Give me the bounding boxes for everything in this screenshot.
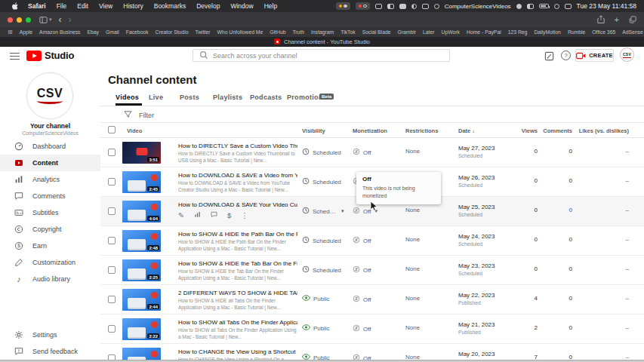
bookmark-item[interactable]: GitHub xyxy=(270,29,285,35)
visibility-cell[interactable]: Scheduled xyxy=(302,265,341,275)
contrast-icon[interactable] xyxy=(411,4,417,9)
search-input[interactable]: Search across your channel xyxy=(193,49,450,62)
bookmark-item[interactable]: Facebook xyxy=(126,29,149,35)
table-row[interactable]: 2:25 How to SHOW & HIDE the Tab Bar On t… xyxy=(100,256,644,285)
tab-podcasts[interactable]: Podcasts xyxy=(250,94,282,101)
bookmark-item[interactable]: Twitter xyxy=(195,29,210,35)
monetization-cell[interactable]: $Off xyxy=(353,295,371,304)
time-machine-icon[interactable] xyxy=(434,4,439,9)
sidebar-item-earn[interactable]: $ Earn xyxy=(0,238,100,254)
row-checkbox[interactable] xyxy=(108,237,116,244)
forward-button[interactable]: › xyxy=(69,15,72,24)
menu-item[interactable]: View xyxy=(94,2,118,10)
bookmark-item[interactable]: Rumble xyxy=(568,29,585,35)
tab-playlists[interactable]: Playlists xyxy=(213,94,242,101)
video-thumbnail[interactable]: 2:44 xyxy=(122,289,161,311)
bookmark-item[interactable]: 123 Reg xyxy=(508,29,528,35)
video-title[interactable]: How to SHOW all Tabs On the Finder Appli… xyxy=(178,319,297,326)
table-row[interactable]: 2:48 How to SHOW & HIDE the Path Bar On … xyxy=(100,226,644,256)
sidebar-item-audio-library[interactable]: ♪ Audio library xyxy=(0,271,100,287)
sidebar-item-send-feedback[interactable]: Send feedback xyxy=(0,343,100,360)
bookmark-item[interactable]: Gmail xyxy=(106,29,119,35)
row-checkbox[interactable] xyxy=(108,296,116,303)
comments-link[interactable]: 0 xyxy=(541,207,572,213)
monetization-cell[interactable]: $Off xyxy=(353,148,371,157)
visibility-cell[interactable]: Scheduled xyxy=(302,177,341,186)
bookmark-item[interactable]: Apple xyxy=(20,29,32,35)
tab-overview-icon[interactable] xyxy=(629,13,636,26)
bookmark-item[interactable]: Truth xyxy=(292,29,304,35)
sidebar-item-customization[interactable]: Customization xyxy=(0,254,100,271)
sidebar-item-settings[interactable]: Settings xyxy=(0,327,100,343)
menubar-username[interactable]: ComputerScienceVideos xyxy=(445,3,511,10)
keyboard-icon[interactable] xyxy=(399,4,406,9)
help-icon[interactable]: ? xyxy=(561,51,571,60)
analytics-icon[interactable] xyxy=(194,211,201,219)
camera-badge-icon[interactable] xyxy=(356,2,370,10)
row-checkbox[interactable] xyxy=(108,207,116,215)
row-checkbox[interactable] xyxy=(108,325,116,333)
sidebar-item-dashboard[interactable]: Dashboard xyxy=(0,138,100,155)
bluetooth-icon[interactable] xyxy=(516,4,522,9)
visibility-cell[interactable]: Scheduled xyxy=(302,148,341,157)
favorites-grid-icon[interactable]: ⊞ xyxy=(8,29,13,35)
filter-bar[interactable]: Filter xyxy=(124,110,154,120)
bookmark-item[interactable]: Home - PayPal xyxy=(467,29,501,35)
sidebar-toggle-icon[interactable]: ▾ xyxy=(39,17,52,23)
bookmark-item[interactable]: Who Unfollowed Me xyxy=(217,29,263,35)
bookmark-item[interactable]: Office 365 xyxy=(592,29,615,35)
tab-posts[interactable]: Posts xyxy=(180,94,199,101)
select-all-checkbox[interactable] xyxy=(108,126,116,133)
hamburger-menu-icon[interactable] xyxy=(10,53,20,60)
display-icon[interactable] xyxy=(387,4,394,9)
monetization-cell[interactable]: $Off xyxy=(353,324,371,333)
new-tab-icon[interactable]: + xyxy=(615,16,619,24)
window-icon[interactable] xyxy=(422,4,429,9)
channel-avatar[interactable]: CSV xyxy=(26,72,73,119)
account-avatar[interactable]: CSV xyxy=(620,48,634,62)
menu-item[interactable]: File xyxy=(51,2,72,10)
visibility-cell[interactable]: Public xyxy=(302,295,330,302)
row-checkbox[interactable] xyxy=(108,266,116,274)
video-title[interactable]: How to DIRECTLY Save a Custom Video Thum… xyxy=(178,143,297,149)
more-options-icon[interactable]: ⋮ xyxy=(241,212,248,219)
video-title[interactable]: How to SHOW & HIDE the Tab Bar On the Fi… xyxy=(178,260,297,267)
feedback-icon[interactable] xyxy=(544,51,554,64)
video-title[interactable]: How to CHANGE the View Using a Shortcut … xyxy=(178,348,297,355)
menu-item[interactable]: Edit xyxy=(72,2,94,10)
sidebar-item-content[interactable]: Content xyxy=(0,155,100,171)
tab-videos[interactable]: Videos xyxy=(116,94,139,101)
search-icon[interactable] xyxy=(554,4,559,9)
bookmark-item[interactable]: Ebay xyxy=(88,29,100,35)
video-title[interactable]: How to SHOW & HIDE the Path Bar On the F… xyxy=(178,231,297,238)
visibility-cell[interactable]: Scheduled xyxy=(302,236,341,245)
video-thumbnail[interactable]: 4:04 xyxy=(122,201,161,222)
minimize-window-button[interactable] xyxy=(17,17,22,23)
bookmark-item[interactable]: Amazon Business xyxy=(39,29,80,35)
video-title[interactable]: 2 DIFFERENT WAYS TO SHOW & HIDE TABS O..… xyxy=(178,290,297,296)
video-title[interactable]: How to DOWNLOAD & SAVE a Video from YouT… xyxy=(178,172,297,179)
tab-live[interactable]: Live xyxy=(149,94,163,101)
bookmark-item[interactable]: DailyMotion xyxy=(534,29,561,35)
edit-icon[interactable]: ✎ xyxy=(178,212,184,219)
bookmark-item[interactable]: Grambir xyxy=(397,29,416,35)
visibility-dropdown[interactable]: Scheduled▾ xyxy=(302,207,344,216)
menu-item[interactable]: Help xyxy=(259,2,282,10)
bookmark-item[interactable]: Creator Studio xyxy=(156,29,189,35)
video-thumbnail[interactable]: 3:51 xyxy=(122,142,161,164)
close-window-button[interactable] xyxy=(8,17,13,23)
zoom-window-button[interactable] xyxy=(26,17,31,23)
visibility-cell[interactable]: Public xyxy=(302,324,330,332)
studio-logo[interactable]: Studio xyxy=(26,50,74,61)
share-icon[interactable] xyxy=(597,13,605,26)
back-button[interactable]: ‹ xyxy=(59,15,62,24)
menu-item[interactable]: Bookmarks xyxy=(149,2,192,10)
status-icon[interactable] xyxy=(375,4,382,9)
menu-item[interactable]: Develop xyxy=(191,2,225,10)
monetization-icon[interactable]: $ xyxy=(227,212,231,219)
video-thumbnail[interactable]: 2:22 xyxy=(122,318,161,340)
video-title[interactable]: How to DOWNLOAD & SAVE Your Video Custo.… xyxy=(178,201,297,208)
comments-icon[interactable] xyxy=(211,211,217,219)
video-thumbnail[interactable]: 2:45 xyxy=(122,171,161,193)
sidebar-item-analytics[interactable]: Analytics xyxy=(0,171,100,188)
